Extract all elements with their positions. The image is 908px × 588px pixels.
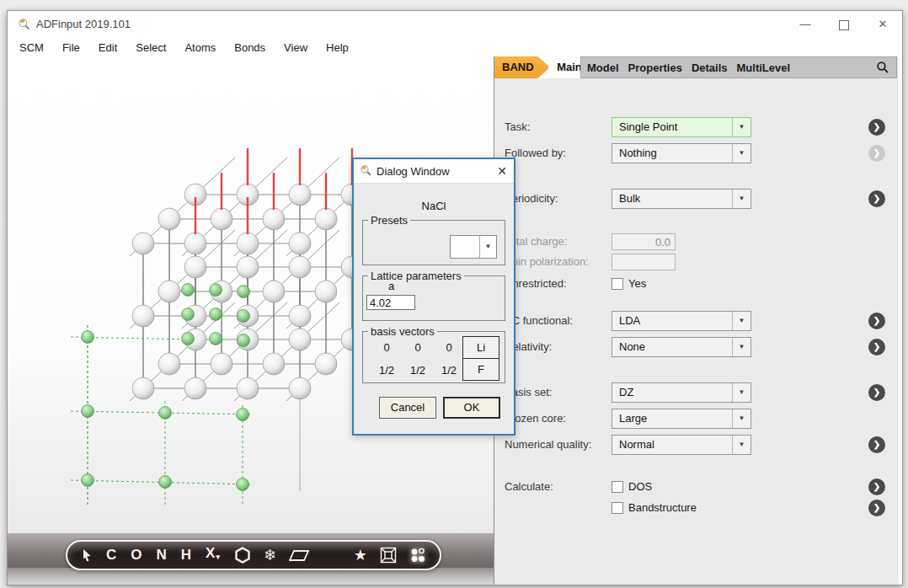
search-button[interactable]: [876, 61, 889, 74]
dos-option-label: DOS: [628, 477, 652, 497]
unrestricted-option-label: Yes: [628, 274, 646, 294]
dropdown-arrow-icon: ▼: [732, 383, 750, 402]
compound-name: NaCl: [354, 200, 514, 212]
basis-vector-value: 1/2: [436, 364, 462, 377]
bandstructure-detail-button[interactable]: ❯: [868, 500, 885, 516]
total-charge-row: Total charge:: [494, 232, 897, 252]
favorites-star-icon[interactable]: ★: [354, 546, 367, 564]
presets-label: Presets: [368, 214, 410, 227]
carbon-tool[interactable]: C: [106, 543, 116, 568]
lattice-a-input[interactable]: [366, 295, 415, 310]
lattice-a-label: a: [388, 280, 394, 292]
presets-group: Presets ▼: [362, 220, 505, 265]
periodicity-row: Periodicity: Bulk ▼ ❯: [494, 189, 897, 209]
nitrogen-tool[interactable]: N: [157, 543, 167, 568]
menu-scm[interactable]: SCM: [19, 41, 44, 54]
numerical-quality-row: Numerical quality: Normal ▼ ❯: [494, 435, 897, 455]
title-bar[interactable]: ADFinput 2019.101 — ✕: [8, 11, 902, 38]
pointer-tool-icon[interactable]: [81, 548, 93, 563]
presets-combobox[interactable]: ▼: [450, 235, 497, 259]
task-detail-button[interactable]: ❯: [868, 119, 885, 136]
task-label: Task:: [505, 117, 530, 137]
element-x-caret-icon: ▾: [216, 553, 220, 561]
frozen-core-select[interactable]: Large ▼: [612, 409, 751, 429]
basis-set-detail-button[interactable]: ❯: [868, 384, 885, 401]
close-button[interactable]: ✕: [863, 11, 902, 38]
cancel-button[interactable]: Cancel: [379, 397, 436, 419]
periodicity-select[interactable]: Bulk ▼: [612, 189, 751, 209]
calculate-label: Calculate:: [505, 477, 553, 497]
menu-edit[interactable]: Edit: [99, 41, 117, 54]
dialog-close-button[interactable]: ✕: [497, 164, 507, 178]
lattice-parameters-label: Lattice parameters: [368, 270, 464, 282]
bandstructure-checkbox[interactable]: [612, 502, 623, 514]
dropdown-arrow-icon: ▼: [479, 236, 496, 258]
tab-model[interactable]: Model: [587, 61, 619, 74]
tab-properties[interactable]: Properties: [628, 61, 682, 74]
structure-tool-icon[interactable]: [409, 547, 426, 564]
cell-tool-icon[interactable]: [289, 549, 309, 562]
task-row: Task: Single Point ▼ ❯: [494, 117, 897, 137]
element-toolbar: C O N H X▾ ❄ ★: [66, 540, 441, 570]
task-select[interactable]: Single Point ▼: [612, 117, 751, 137]
dos-detail-button[interactable]: ❯: [868, 478, 885, 495]
basis-set-select[interactable]: DZ ▼: [612, 382, 751, 403]
basis-vector-value: 0: [436, 341, 462, 354]
atom-li-button[interactable]: Li: [462, 336, 499, 359]
dropdown-arrow-icon: ▼: [732, 118, 750, 136]
menu-help[interactable]: Help: [326, 41, 349, 54]
total-charge-input[interactable]: [612, 233, 676, 250]
menu-file[interactable]: File: [62, 41, 80, 54]
ok-button[interactable]: OK: [443, 397, 500, 419]
periodicity-detail-button[interactable]: ❯: [868, 190, 885, 207]
followed-by-select[interactable]: Nothing ▼: [612, 143, 751, 163]
maximize-button[interactable]: [825, 11, 863, 38]
dialog-window: Dialog Window ✕ NaCl Presets ▼ Lattice p…: [352, 158, 515, 436]
numerical-quality-detail-button[interactable]: ❯: [868, 436, 885, 453]
xc-functional-select[interactable]: LDA ▼: [612, 311, 751, 331]
basis-vector-value: 1/2: [405, 364, 430, 377]
basis-vectors-label: basis vectors: [368, 325, 437, 338]
relativity-detail-button[interactable]: ❯: [868, 339, 885, 355]
numerical-quality-select[interactable]: Normal ▼: [612, 435, 751, 455]
basis-vector-value: 0: [405, 341, 430, 354]
xc-functional-detail-button[interactable]: ❯: [868, 313, 885, 329]
app-window: ADFinput 2019.101 — ✕ SCM File Edit Sele…: [7, 10, 903, 585]
relativity-row: Relativity: None ▼ ❯: [494, 337, 897, 357]
menu-bonds[interactable]: Bonds: [234, 41, 265, 54]
tab-multilevel[interactable]: MultiLevel: [737, 61, 791, 74]
xc-functional-row: XC functional: LDA ▼ ❯: [494, 311, 897, 331]
calculate-dos-row: Calculate: DOS ❯: [494, 477, 897, 497]
spin-polarization-input[interactable]: [612, 254, 676, 270]
oxygen-tool[interactable]: O: [131, 543, 142, 568]
tab-details[interactable]: Details: [692, 61, 728, 74]
window-title: ADFinput 2019.101: [36, 18, 131, 30]
relativity-select[interactable]: None ▼: [612, 337, 751, 357]
menu-select[interactable]: Select: [136, 41, 166, 54]
atom-f-button[interactable]: F: [462, 358, 499, 381]
panel-scrollbar[interactable]: [897, 56, 902, 585]
product-tab-band[interactable]: BAND: [494, 56, 550, 78]
dropdown-arrow-icon: ▼: [732, 144, 750, 163]
menu-view[interactable]: View: [284, 41, 307, 54]
periodic-box-icon[interactable]: [380, 547, 397, 564]
dialog-title-bar[interactable]: Dialog Window ✕: [354, 159, 514, 184]
frozen-core-row: Frozen core: Large ▼: [494, 409, 897, 429]
maximize-icon: [839, 20, 849, 30]
tab-strip: Model Properties Details MultiLevel: [580, 56, 897, 78]
unrestricted-checkbox[interactable]: [612, 278, 623, 290]
hydrogen-tool[interactable]: H: [181, 543, 191, 568]
dropdown-arrow-icon: ▼: [732, 338, 750, 356]
basis-vector-value: 0: [374, 341, 399, 354]
ring-tool-icon[interactable]: [234, 547, 251, 564]
optimize-tool-icon[interactable]: ❄: [264, 546, 276, 564]
minimize-button[interactable]: —: [786, 11, 825, 38]
basis-set-row: Basis set: DZ ▼ ❯: [494, 382, 897, 403]
dropdown-arrow-icon: ▼: [732, 190, 750, 208]
dos-checkbox[interactable]: [612, 481, 623, 493]
calculate-bandstructure-row: Bandstructure ❯: [494, 498, 897, 518]
element-x-tool[interactable]: X▾: [206, 541, 220, 569]
followed-by-detail-button: ❯: [868, 145, 885, 162]
menu-atoms[interactable]: Atoms: [184, 41, 216, 54]
dialog-logo-icon: [360, 164, 372, 177]
